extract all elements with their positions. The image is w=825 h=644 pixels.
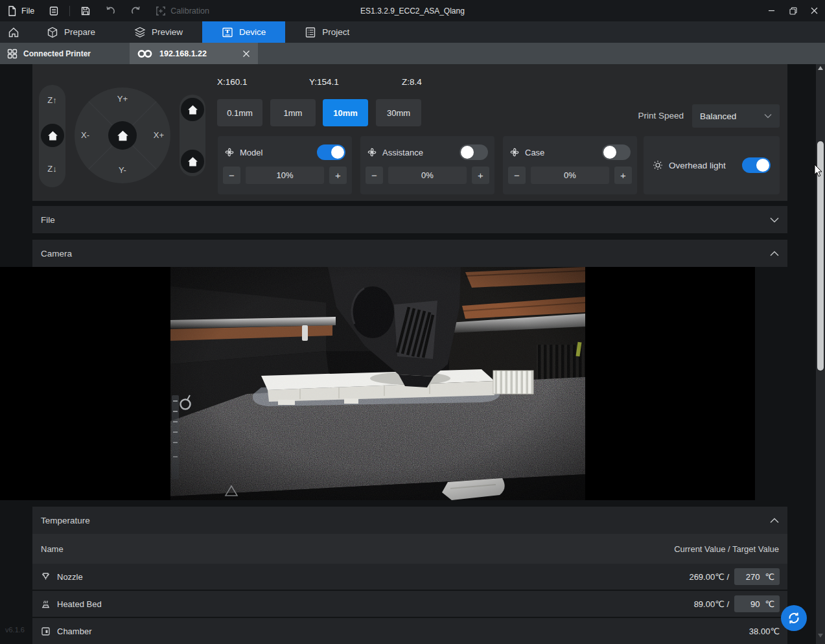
distance-0.1mm-button[interactable]: 0.1mm: [217, 99, 262, 126]
scrollbar[interactable]: [816, 64, 825, 644]
window-title: ES1.3.2.9_ECC2_ASA_Qlang: [360, 0, 465, 21]
row-current: 269.00℃ /: [689, 572, 729, 582]
fan-model-value[interactable]: 10%: [246, 167, 324, 184]
mouse-cursor: [814, 164, 824, 178]
tab-device-label: Device: [239, 27, 266, 37]
distance-10mm-button[interactable]: 10mm: [323, 99, 368, 126]
temperature-section-label: Temperature: [41, 516, 90, 525]
z-down-button[interactable]: Z↓: [39, 164, 65, 174]
fan-assistance-box: Assistance − 0% +: [360, 136, 494, 194]
close-tab-icon[interactable]: [242, 50, 250, 58]
table-row-chamber: Chamber 38.00℃: [32, 618, 787, 644]
home-button[interactable]: [0, 21, 27, 43]
undo-button[interactable]: [98, 0, 123, 21]
grid-icon: [7, 49, 17, 59]
home-z-button[interactable]: [41, 124, 64, 147]
printer-tab-active[interactable]: 192.168.1.22: [130, 43, 258, 64]
print-speed-select[interactable]: Balanced: [692, 104, 780, 128]
scroll-down-arrow[interactable]: [818, 634, 823, 638]
z-up-button[interactable]: Z↑: [39, 95, 65, 105]
row-current: 89.00℃ /: [694, 599, 729, 609]
sun-icon: [653, 160, 663, 170]
table-row-heated-bed: Heated Bed 89.00℃ / 90 ℃: [32, 591, 787, 617]
fan-model-label: Model: [240, 148, 262, 157]
home-x-button[interactable]: [181, 98, 204, 121]
tab-device[interactable]: Device: [202, 21, 285, 43]
fan-case-box: Case − 0% +: [503, 136, 637, 194]
camera-feed: [0, 267, 755, 500]
camera-section-label: Camera: [41, 249, 72, 259]
home-all-button[interactable]: [108, 121, 137, 150]
fan-model-minus-button[interactable]: −: [223, 167, 240, 184]
file-section-header[interactable]: File: [32, 206, 787, 233]
notes-icon: [49, 6, 59, 16]
home-z-icon: [47, 130, 58, 141]
temperature-table-header: Name Current Value / Target Value: [32, 534, 787, 564]
print-speed-value: Balanced: [700, 111, 736, 121]
fan-case-plus-button[interactable]: +: [614, 167, 632, 184]
x-plus-button[interactable]: X+: [154, 130, 164, 140]
target-value: 270: [746, 572, 760, 582]
printer-logo-icon: [137, 49, 153, 58]
tab-project[interactable]: Project: [285, 21, 369, 43]
distance-30mm-button[interactable]: 30mm: [376, 99, 421, 126]
temperature-section-header[interactable]: Temperature: [32, 507, 787, 534]
camera-section-header[interactable]: Camera: [32, 240, 787, 267]
new-file-icon: [7, 6, 17, 16]
temp-value-header: Current Value / Target Value: [674, 544, 779, 554]
chevron-up-icon[interactable]: [770, 251, 779, 257]
fan-case-toggle[interactable]: [602, 144, 631, 160]
fan-assistance-toggle[interactable]: [459, 144, 488, 160]
tab-prepare[interactable]: Prepare: [27, 21, 115, 43]
fan-icon: [509, 147, 520, 157]
fan-model-toggle[interactable]: [317, 144, 345, 160]
notes-button[interactable]: [41, 0, 66, 21]
minimize-button[interactable]: [761, 0, 782, 21]
title-bar: File Calibration ES1.3.2.9_ECC2_ASA_Qlan…: [0, 0, 825, 21]
overhead-light-toggle[interactable]: [742, 157, 771, 173]
fan-assistance-minus-button[interactable]: −: [366, 167, 383, 184]
fan-case-minus-button[interactable]: −: [508, 167, 526, 184]
fan-assistance-value[interactable]: 0%: [388, 167, 467, 184]
save-button[interactable]: [73, 0, 98, 21]
main-nav: Prepare Preview Device Project: [0, 21, 825, 43]
fan-assistance-plus-button[interactable]: +: [472, 167, 489, 184]
calibration-button[interactable]: Calibration: [148, 0, 216, 21]
refresh-icon: [786, 610, 802, 626]
print-speed-label: Print Speed: [638, 111, 684, 121]
redo-button[interactable]: [123, 0, 148, 21]
home-y-icon: [187, 156, 198, 167]
temp-name-header: Name: [41, 544, 64, 554]
scroll-up-arrow[interactable]: [818, 66, 823, 70]
row-current: 38.00℃: [749, 627, 780, 636]
connected-printer[interactable]: Connected Printer: [0, 43, 130, 64]
table-row-nozzle: Nozzle 269.00℃ / 270 ℃: [32, 564, 787, 590]
home-y-button[interactable]: [181, 150, 204, 173]
close-window-button[interactable]: [804, 0, 825, 21]
tab-prepare-label: Prepare: [64, 27, 95, 37]
z-jog-group: Z↑ Z↓: [39, 85, 65, 187]
save-icon: [80, 6, 91, 16]
y-plus-button[interactable]: Y+: [75, 94, 170, 104]
x-minus-button[interactable]: X-: [81, 130, 89, 140]
chevron-up-icon[interactable]: [770, 518, 779, 523]
refresh-button[interactable]: [781, 605, 807, 631]
list-icon: [305, 27, 316, 38]
nozzle-icon: [40, 571, 51, 582]
undo-icon: [105, 5, 116, 16]
file-menu[interactable]: File: [0, 0, 41, 21]
y-minus-button[interactable]: Y-: [75, 165, 170, 175]
fan-model-box: Model − 10% +: [218, 136, 352, 194]
layers-icon: [134, 27, 146, 38]
distance-1mm-button[interactable]: 1mm: [270, 99, 316, 126]
printer-tab-ip: 192.168.1.22: [159, 49, 207, 58]
fan-icon: [367, 147, 377, 157]
tab-preview[interactable]: Preview: [115, 21, 202, 43]
fan-model-plus-button[interactable]: +: [329, 167, 347, 184]
target-unit: ℃: [765, 599, 774, 609]
restore-button[interactable]: [782, 0, 804, 21]
chevron-down-icon[interactable]: [770, 217, 779, 223]
heated-bed-target-input[interactable]: 90 ℃: [734, 595, 780, 612]
fan-case-value[interactable]: 0%: [531, 167, 609, 184]
nozzle-target-input[interactable]: 270 ℃: [734, 568, 780, 585]
